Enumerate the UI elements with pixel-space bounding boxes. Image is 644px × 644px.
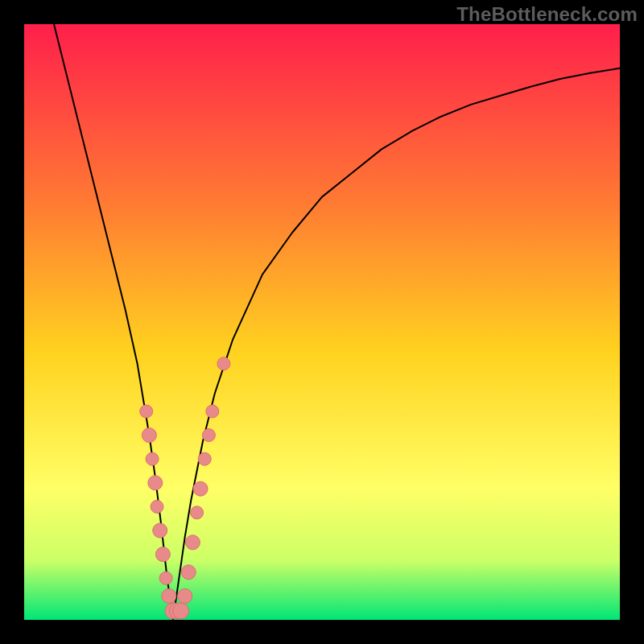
data-marker xyxy=(202,429,215,442)
data-marker xyxy=(178,588,192,603)
data-marker xyxy=(181,565,196,580)
data-marker xyxy=(142,428,156,443)
data-marker xyxy=(193,481,208,496)
data-marker xyxy=(185,535,200,550)
data-marker xyxy=(153,523,167,538)
data-marker xyxy=(159,572,172,584)
data-marker xyxy=(217,357,230,370)
data-marker xyxy=(140,405,153,418)
watermark-text: TheBottleneck.com xyxy=(456,3,638,26)
data-marker xyxy=(162,588,176,603)
data-marker xyxy=(173,603,189,619)
data-marker xyxy=(151,500,163,513)
data-marker xyxy=(146,452,159,465)
data-marker xyxy=(155,547,170,562)
data-marker xyxy=(148,476,163,490)
data-marker xyxy=(206,405,219,418)
chart-frame: TheBottleneck.com xyxy=(0,0,644,644)
bottleneck-chart xyxy=(24,24,620,620)
data-marker xyxy=(198,452,211,465)
plot-area xyxy=(24,24,620,620)
svg-rect-0 xyxy=(24,24,620,620)
data-marker xyxy=(191,506,204,519)
